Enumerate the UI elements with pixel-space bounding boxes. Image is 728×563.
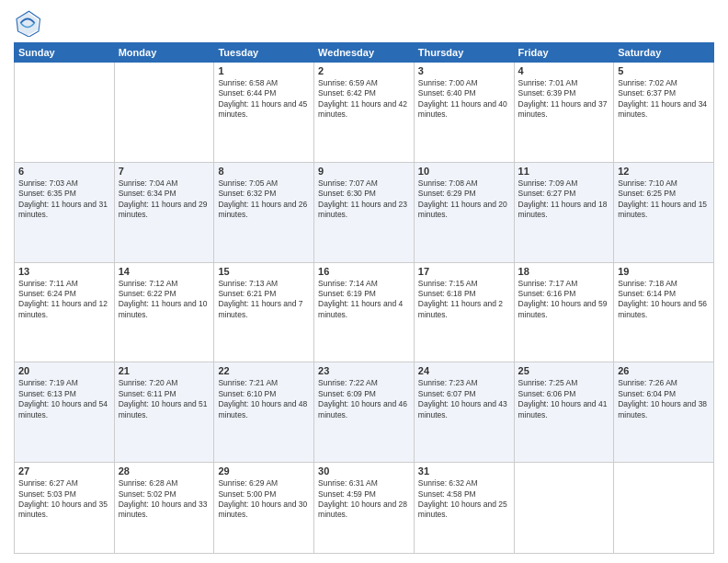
weekday-header-thursday: Thursday: [414, 43, 514, 63]
cell-date-number: 19: [618, 266, 710, 277]
calendar-cell: 5Sunrise: 7:02 AM Sunset: 6:37 PM Daylig…: [614, 63, 714, 163]
calendar-cell: 20Sunrise: 7:19 AM Sunset: 6:13 PM Dayli…: [15, 362, 115, 463]
cell-date-number: 6: [18, 166, 110, 177]
cell-date-number: 13: [18, 266, 110, 277]
calendar-header: SundayMondayTuesdayWednesdayThursdayFrid…: [15, 43, 714, 63]
cell-date-number: 18: [518, 266, 610, 277]
calendar-cell: 9Sunrise: 7:07 AM Sunset: 6:30 PM Daylig…: [314, 162, 415, 262]
calendar-table: SundayMondayTuesdayWednesdayThursdayFrid…: [14, 42, 714, 554]
cell-date-number: 26: [618, 365, 710, 376]
weekday-header-monday: Monday: [114, 43, 214, 63]
calendar-cell: 17Sunrise: 7:15 AM Sunset: 6:18 PM Dayli…: [414, 262, 514, 362]
cell-info: Sunrise: 7:10 AM Sunset: 6:25 PM Dayligh…: [618, 178, 710, 221]
calendar-cell: 19Sunrise: 7:18 AM Sunset: 6:14 PM Dayli…: [614, 262, 714, 362]
cell-date-number: 4: [518, 65, 610, 76]
calendar-cell: 22Sunrise: 7:21 AM Sunset: 6:10 PM Dayli…: [214, 362, 314, 463]
calendar-cell: 4Sunrise: 7:01 AM Sunset: 6:39 PM Daylig…: [514, 63, 614, 163]
cell-info: Sunrise: 7:09 AM Sunset: 6:27 PM Dayligh…: [518, 178, 610, 221]
cell-info: Sunrise: 7:08 AM Sunset: 6:29 PM Dayligh…: [418, 178, 510, 221]
cell-info: Sunrise: 7:14 AM Sunset: 6:19 PM Dayligh…: [318, 279, 410, 321]
cell-date-number: 10: [418, 166, 510, 177]
calendar-week-4: 20Sunrise: 7:19 AM Sunset: 6:13 PM Dayli…: [15, 362, 714, 463]
calendar-cell: 8Sunrise: 7:05 AM Sunset: 6:32 PM Daylig…: [214, 162, 314, 262]
cell-info: Sunrise: 7:13 AM Sunset: 6:21 PM Dayligh…: [218, 279, 310, 321]
cell-info: Sunrise: 7:12 AM Sunset: 6:22 PM Dayligh…: [119, 279, 210, 321]
cell-date-number: 31: [418, 465, 510, 477]
cell-date-number: 15: [218, 266, 310, 277]
cell-info: Sunrise: 7:03 AM Sunset: 6:35 PM Dayligh…: [18, 178, 110, 221]
calendar-cell: 11Sunrise: 7:09 AM Sunset: 6:27 PM Dayli…: [514, 162, 614, 262]
calendar-week-3: 13Sunrise: 7:11 AM Sunset: 6:24 PM Dayli…: [15, 262, 714, 362]
calendar-cell: [614, 463, 714, 554]
cell-info: Sunrise: 6:29 AM Sunset: 5:00 PM Dayligh…: [218, 478, 310, 521]
cell-info: Sunrise: 7:05 AM Sunset: 6:32 PM Dayligh…: [218, 178, 310, 221]
calendar-cell: 6Sunrise: 7:03 AM Sunset: 6:35 PM Daylig…: [15, 162, 115, 262]
cell-date-number: 7: [119, 166, 210, 177]
cell-date-number: 9: [318, 166, 410, 177]
calendar-week-5: 27Sunrise: 6:27 AM Sunset: 5:03 PM Dayli…: [15, 463, 714, 554]
calendar-cell: 29Sunrise: 6:29 AM Sunset: 5:00 PM Dayli…: [214, 463, 314, 554]
cell-info: Sunrise: 7:23 AM Sunset: 6:07 PM Dayligh…: [418, 378, 510, 420]
cell-date-number: 11: [518, 166, 610, 177]
cell-info: Sunrise: 6:32 AM Sunset: 4:58 PM Dayligh…: [418, 478, 510, 521]
cell-date-number: 27: [18, 465, 110, 477]
calendar-header-row: SundayMondayTuesdayWednesdayThursdayFrid…: [15, 43, 714, 63]
calendar-cell: 16Sunrise: 7:14 AM Sunset: 6:19 PM Dayli…: [314, 262, 415, 362]
cell-date-number: 14: [119, 266, 210, 277]
cell-info: Sunrise: 6:31 AM Sunset: 4:59 PM Dayligh…: [318, 478, 410, 521]
calendar-cell: [114, 63, 214, 163]
cell-date-number: 22: [218, 365, 310, 376]
calendar-cell: 27Sunrise: 6:27 AM Sunset: 5:03 PM Dayli…: [15, 463, 115, 554]
cell-info: Sunrise: 6:27 AM Sunset: 5:03 PM Dayligh…: [18, 478, 110, 521]
logo: [14, 9, 45, 37]
calendar-body: 1Sunrise: 6:58 AM Sunset: 6:44 PM Daylig…: [15, 63, 714, 554]
logo-icon: [14, 9, 41, 37]
cell-date-number: 25: [518, 365, 610, 376]
cell-info: Sunrise: 7:04 AM Sunset: 6:34 PM Dayligh…: [119, 178, 210, 221]
calendar-cell: 12Sunrise: 7:10 AM Sunset: 6:25 PM Dayli…: [614, 162, 714, 262]
calendar-cell: 2Sunrise: 6:59 AM Sunset: 6:42 PM Daylig…: [314, 63, 415, 163]
weekday-header-wednesday: Wednesday: [314, 43, 415, 63]
calendar-cell: 3Sunrise: 7:00 AM Sunset: 6:40 PM Daylig…: [414, 63, 514, 163]
weekday-header-sunday: Sunday: [15, 43, 115, 63]
cell-info: Sunrise: 6:59 AM Sunset: 6:42 PM Dayligh…: [318, 78, 410, 121]
calendar-cell: 21Sunrise: 7:20 AM Sunset: 6:11 PM Dayli…: [114, 362, 214, 463]
cell-date-number: 3: [418, 65, 510, 76]
cell-info: Sunrise: 7:21 AM Sunset: 6:10 PM Dayligh…: [218, 378, 310, 420]
cell-date-number: 28: [119, 465, 210, 477]
cell-info: Sunrise: 7:01 AM Sunset: 6:39 PM Dayligh…: [518, 78, 610, 121]
calendar-cell: 25Sunrise: 7:25 AM Sunset: 6:06 PM Dayli…: [514, 362, 614, 463]
calendar-cell: 28Sunrise: 6:28 AM Sunset: 5:02 PM Dayli…: [114, 463, 214, 554]
calendar-week-2: 6Sunrise: 7:03 AM Sunset: 6:35 PM Daylig…: [15, 162, 714, 262]
cell-date-number: 17: [418, 266, 510, 277]
cell-info: Sunrise: 7:15 AM Sunset: 6:18 PM Dayligh…: [418, 279, 510, 321]
calendar-cell: [15, 63, 115, 163]
cell-info: Sunrise: 7:17 AM Sunset: 6:16 PM Dayligh…: [518, 279, 610, 321]
cell-date-number: 16: [318, 266, 410, 277]
cell-date-number: 1: [218, 65, 310, 76]
cell-info: Sunrise: 7:02 AM Sunset: 6:37 PM Dayligh…: [618, 78, 710, 121]
calendar-cell: 18Sunrise: 7:17 AM Sunset: 6:16 PM Dayli…: [514, 262, 614, 362]
cell-info: Sunrise: 7:07 AM Sunset: 6:30 PM Dayligh…: [318, 178, 410, 221]
page: SundayMondayTuesdayWednesdayThursdayFrid…: [0, 0, 728, 563]
cell-date-number: 5: [618, 65, 710, 76]
cell-info: Sunrise: 7:20 AM Sunset: 6:11 PM Dayligh…: [119, 378, 210, 420]
calendar-cell: [514, 463, 614, 554]
cell-info: Sunrise: 6:58 AM Sunset: 6:44 PM Dayligh…: [218, 78, 310, 121]
weekday-header-friday: Friday: [514, 43, 614, 63]
calendar-cell: 7Sunrise: 7:04 AM Sunset: 6:34 PM Daylig…: [114, 162, 214, 262]
calendar-cell: 31Sunrise: 6:32 AM Sunset: 4:58 PM Dayli…: [414, 463, 514, 554]
cell-info: Sunrise: 7:19 AM Sunset: 6:13 PM Dayligh…: [18, 378, 110, 420]
calendar-week-1: 1Sunrise: 6:58 AM Sunset: 6:44 PM Daylig…: [15, 63, 714, 163]
cell-info: Sunrise: 7:00 AM Sunset: 6:40 PM Dayligh…: [418, 78, 510, 121]
calendar-cell: 30Sunrise: 6:31 AM Sunset: 4:59 PM Dayli…: [314, 463, 415, 554]
cell-date-number: 30: [318, 465, 410, 477]
cell-date-number: 24: [418, 365, 510, 376]
cell-info: Sunrise: 7:22 AM Sunset: 6:09 PM Dayligh…: [318, 378, 410, 420]
calendar-cell: 26Sunrise: 7:26 AM Sunset: 6:04 PM Dayli…: [614, 362, 714, 463]
header: [14, 9, 714, 37]
cell-info: Sunrise: 6:28 AM Sunset: 5:02 PM Dayligh…: [119, 478, 210, 521]
calendar-cell: 10Sunrise: 7:08 AM Sunset: 6:29 PM Dayli…: [414, 162, 514, 262]
weekday-header-tuesday: Tuesday: [214, 43, 314, 63]
cell-info: Sunrise: 7:26 AM Sunset: 6:04 PM Dayligh…: [618, 378, 710, 420]
